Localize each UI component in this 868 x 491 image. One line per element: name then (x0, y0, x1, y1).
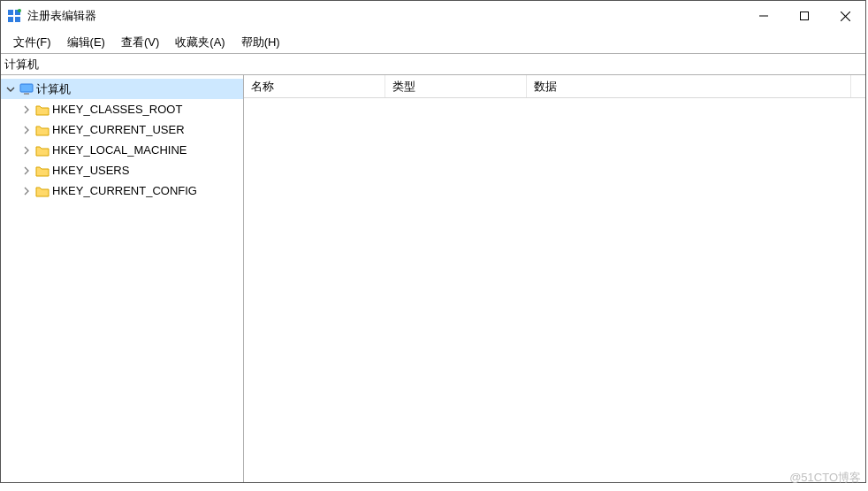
chevron-right-icon[interactable] (20, 165, 33, 177)
tree-hive-hklm[interactable]: HKEY_LOCAL_MACHINE (1, 140, 243, 160)
maximize-button[interactable] (784, 1, 825, 31)
column-header-tail[interactable] (850, 75, 865, 97)
svg-point-4 (18, 9, 21, 12)
folder-icon (34, 183, 50, 199)
minimize-button[interactable] (743, 1, 784, 31)
folder-icon (34, 122, 50, 138)
tree-root-computer[interactable]: 计算机 (1, 79, 243, 99)
tree-hive-hkcu[interactable]: HKEY_CURRENT_USER (1, 119, 243, 140)
tree-hive-hkcr[interactable]: HKEY_CLASSES_ROOT (1, 99, 243, 119)
chevron-right-icon[interactable] (20, 104, 33, 116)
registry-editor-window: 注册表编辑器 文件(F) 编辑(E) 查看(V) 收藏夹(A) 帮助(H) 计算… (0, 0, 866, 483)
column-headers: 名称 类型 数据 (244, 75, 865, 98)
close-button[interactable] (825, 1, 865, 31)
svg-rect-3 (15, 17, 20, 22)
svg-rect-2 (8, 17, 13, 22)
column-header-name[interactable]: 名称 (244, 75, 385, 97)
column-header-data[interactable]: 数据 (527, 75, 850, 97)
tree-hive-label: HKEY_CLASSES_ROOT (52, 103, 182, 116)
menu-help[interactable]: 帮助(H) (234, 33, 287, 52)
titlebar: 注册表编辑器 (1, 1, 865, 31)
tree-hive-label: HKEY_CURRENT_CONFIG (52, 184, 197, 197)
menu-favorites[interactable]: 收藏夹(A) (168, 33, 232, 52)
folder-icon (34, 163, 50, 179)
address-bar[interactable]: 计算机 (1, 54, 865, 75)
tree-hive-label: HKEY_CURRENT_USER (52, 123, 185, 136)
menu-edit[interactable]: 编辑(E) (60, 33, 112, 52)
chevron-right-icon[interactable] (20, 185, 33, 197)
menu-file[interactable]: 文件(F) (6, 33, 58, 52)
tree-hive-label: HKEY_LOCAL_MACHINE (52, 143, 187, 157)
menubar: 文件(F) 编辑(E) 查看(V) 收藏夹(A) 帮助(H) (1, 31, 865, 54)
window-controls (743, 1, 865, 31)
window-title: 注册表编辑器 (27, 8, 96, 24)
main-area: 计算机 HKEY_CLASSES_ROOT HKEY_CURRENT_USE (1, 75, 865, 482)
tree-hive-label: HKEY_USERS (52, 164, 129, 177)
svg-rect-9 (20, 84, 33, 92)
chevron-down-icon[interactable] (4, 83, 17, 96)
computer-icon (19, 81, 34, 97)
svg-rect-6 (801, 12, 809, 20)
value-list-pane[interactable]: 名称 类型 数据 (244, 75, 865, 482)
tree-hive-hku[interactable]: HKEY_USERS (1, 160, 243, 180)
tree-pane[interactable]: 计算机 HKEY_CLASSES_ROOT HKEY_CURRENT_USE (1, 75, 244, 482)
column-header-type[interactable]: 类型 (385, 75, 527, 97)
chevron-right-icon[interactable] (20, 144, 33, 157)
tree-hive-hkcc[interactable]: HKEY_CURRENT_CONFIG (1, 180, 243, 201)
address-path: 计算机 (4, 57, 39, 73)
tree-root-label: 计算机 (36, 81, 71, 97)
svg-rect-0 (8, 10, 13, 15)
svg-rect-10 (24, 93, 29, 95)
folder-icon (34, 142, 50, 158)
chevron-right-icon[interactable] (20, 124, 33, 136)
app-icon (6, 8, 22, 24)
folder-icon (34, 102, 50, 118)
menu-view[interactable]: 查看(V) (114, 33, 166, 52)
